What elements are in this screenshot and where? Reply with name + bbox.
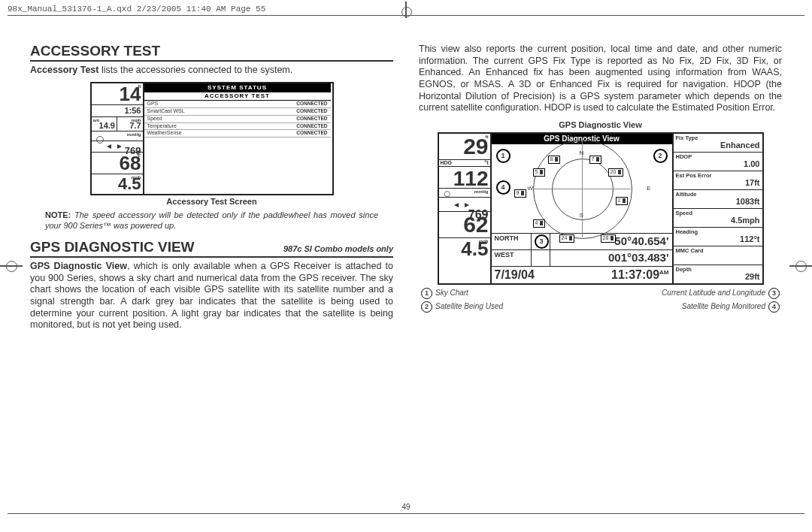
- heading-gps-title: Gps Diagnostic View: [30, 238, 195, 256]
- accessory-intro-rest: lists the accessories connected to the s…: [99, 65, 293, 75]
- date-value: 7/19/04: [492, 267, 609, 283]
- legend-row1: 1Sky Chart Current Latitude and Longitud…: [421, 288, 780, 299]
- g-unit-ft: ft: [486, 135, 489, 141]
- g-hdg-label: HDG: [441, 160, 453, 165]
- accessory-row: GPSCONNECTED: [144, 101, 331, 108]
- unit-f: °F: [136, 153, 141, 159]
- legend-latlong: Current Latitude and Longitude: [662, 289, 765, 298]
- system-status-bar: SYSTEM STATUS: [144, 83, 331, 92]
- heading-accessory-test: Accessory Test: [30, 42, 393, 62]
- note-body: The speed accessory will be detected onl…: [45, 210, 378, 230]
- note-text: NOTE: The speed accessory will be detect…: [45, 210, 378, 231]
- sky-chart: N S E W 1 2 4 875209242428: [492, 144, 672, 233]
- west-label: WEST: [492, 250, 532, 266]
- accessory-row: WeatherSenseCONNECTED: [144, 130, 331, 138]
- north-label: NORTH: [492, 234, 532, 249]
- gps-info-row: Est Pos Error17ft: [674, 171, 762, 190]
- g-unit-t: °t: [484, 160, 488, 167]
- legend-sky-chart: Sky Chart: [435, 289, 468, 298]
- ampm: AM: [659, 268, 668, 275]
- bottom-rule: [8, 513, 804, 514]
- accessory-caption: Accessory Test Screen: [30, 197, 393, 207]
- temp-value: 68: [92, 153, 143, 173]
- g-temp: 62: [439, 212, 490, 235]
- legend-sat-monitored: Satellite Being Monitored: [682, 302, 765, 312]
- satellite-marker: 28: [601, 234, 617, 243]
- accessory-intro-bold: Accessory Test: [30, 65, 99, 75]
- satellite-marker: 2: [616, 197, 629, 205]
- gps-info-row: MMC Card: [674, 246, 762, 265]
- accessory-test-bar: ACCESSORY TEST: [144, 92, 331, 101]
- right-column: This view also reports the current posit…: [419, 42, 782, 337]
- accessory-test-screen: ft14 1:56 sm14.9 mph7.7 mmHg 769 °F68 mp…: [90, 82, 334, 195]
- satellite-marker: 5: [533, 168, 546, 177]
- crop-mark-top: [399, 3, 413, 17]
- heading-gps-diagnostic: Gps Diagnostic View 987c SI Combo models…: [30, 238, 393, 258]
- gps-info-row: Speed4.5mph: [674, 209, 762, 228]
- g-unit-f: °F: [483, 213, 488, 219]
- gps-info-row: Fix TypeEnhanced: [674, 134, 762, 153]
- compass-w: W: [528, 185, 534, 192]
- callout-3: 3: [535, 234, 549, 249]
- accessory-row: SmartCast WSLCONNECTED: [144, 108, 331, 116]
- gps-description: This view also reports the current posit…: [419, 44, 782, 114]
- g-depth: 29: [439, 134, 490, 157]
- time-value-gps: 11:37:09: [611, 268, 659, 281]
- accessory-row: TemperatureCONNECTED: [144, 123, 331, 131]
- accessory-intro: Accessory Test lists the accessories con…: [30, 65, 393, 77]
- compass-s: S: [580, 212, 583, 219]
- legend-row2: 2Satellite Being Used Satellite Being Mo…: [421, 301, 780, 313]
- callout-2: 2: [653, 149, 668, 163]
- g-arrows-icon: [454, 201, 469, 208]
- gps-info-row: Altitude1083ft: [674, 190, 762, 209]
- heading-gps-sub: 987c SI Combo models only: [283, 244, 393, 255]
- gps-info-row: Heading112°t: [674, 228, 762, 246]
- page-content: Accessory Test Accessory Test lists the …: [0, 16, 812, 345]
- gps-info-row: HDOP1.00: [674, 153, 762, 171]
- callout-1: 1: [496, 149, 511, 163]
- gps-body: GPS Diagnostic View, which is only avail…: [30, 261, 393, 331]
- depth-value: 14: [92, 83, 143, 104]
- satellite-marker: 7: [589, 156, 602, 164]
- compass-n: N: [580, 150, 584, 157]
- unit-ft: ft: [138, 84, 141, 90]
- gps-info-row: Depth29ft: [674, 265, 762, 283]
- satellite-marker: 9: [514, 189, 527, 198]
- crop-mark-right: [789, 255, 812, 277]
- unit-mph: mph: [132, 118, 141, 124]
- callout-4: 4: [496, 180, 511, 195]
- satellite-marker: 24: [559, 234, 575, 243]
- left-column: Accessory Test Accessory Test lists the …: [30, 42, 393, 337]
- arrows-icon: [107, 142, 122, 150]
- compass-e: E: [647, 185, 650, 192]
- g-unit-mmhg: mmHg: [474, 189, 489, 195]
- page-number: 49: [0, 503, 812, 511]
- unit-sm: sm: [93, 118, 100, 124]
- unit-mph2: mph: [132, 175, 141, 181]
- unit-mmhg: mmHg: [127, 132, 141, 138]
- g-unit-mph: mph: [479, 239, 489, 245]
- satellite-marker: 4: [533, 219, 546, 228]
- accessory-row: SpeedCONNECTED: [144, 116, 331, 123]
- note-label: NOTE:: [45, 210, 71, 219]
- satellite-marker: 20: [608, 168, 624, 177]
- gps-caption: GPS Diagnostic View: [419, 120, 782, 131]
- legend-sat-used: Satellite Being Used: [435, 302, 503, 312]
- g-heading: 112: [439, 167, 490, 189]
- west-value: 001°03.483': [550, 250, 672, 266]
- gps-body-bold: GPS Diagnostic View: [30, 261, 127, 271]
- crop-mark-left: [0, 255, 23, 277]
- gps-diagnostic-screen: ft29 HDG°t 112 mmHg 769 °F62 mph4.5 GPS …: [438, 132, 764, 285]
- time-value: 1:56: [92, 105, 143, 117]
- satellite-marker: 8: [548, 156, 561, 164]
